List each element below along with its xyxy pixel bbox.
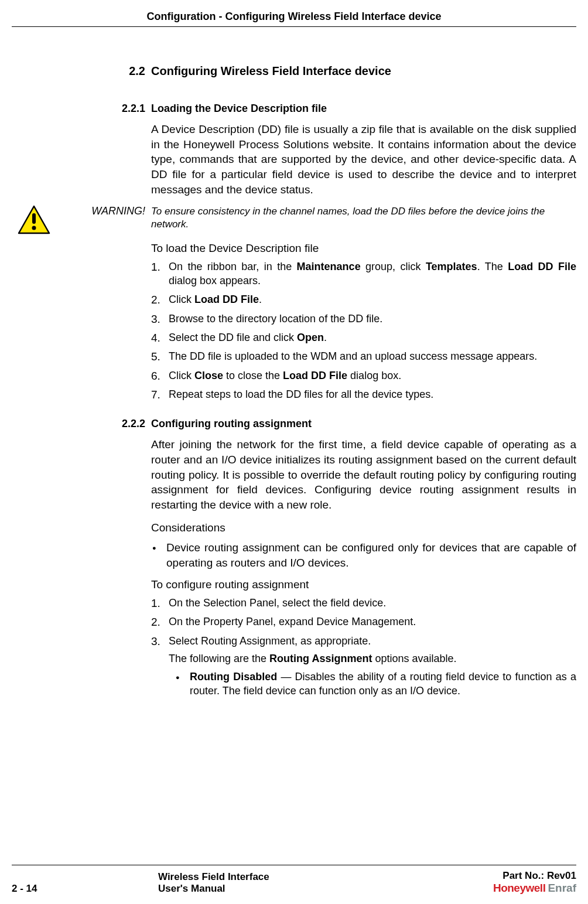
t: Routing Assignment [269,653,372,664]
subsection-number: 2.2.2 [12,418,151,430]
subsection-title: Configuring routing assignment [151,418,576,430]
svg-point-2 [32,226,36,230]
header-rule [12,26,576,27]
t: . The [477,261,508,272]
step: The DD file is uploaded to the WDM and a… [151,349,576,363]
step: On the Property Panel, expand Device Man… [151,615,576,629]
warning-label: WARNING! [55,205,151,217]
footer-line2: User's Manual [158,883,493,895]
options-list: Routing Disabled — Disables the ability … [175,670,576,698]
step: Select Routing Assignment, as appropriat… [151,634,576,648]
t: Open [297,332,324,343]
t: Load DD File [283,370,347,381]
footer-rule [12,865,576,865]
content-area: 2.2 Configuring Wireless Field Interface… [12,59,576,698]
considerations-list: Device routing assignment can be configu… [151,540,576,570]
lead-2-2-1: To load the Device Description file [151,241,576,256]
subsection-number: 2.2.1 [12,103,151,115]
step: Repeat steps to load the DD files for al… [151,387,576,401]
section-title: Configuring Wireless Field Interface dev… [151,64,576,78]
t: Close [194,370,223,381]
step: Click Close to close the Load DD File di… [151,369,576,383]
t: Routing Disabled [190,671,277,683]
page-header-title: Configuration - Configuring Wireless Fie… [0,0,588,23]
t: options available. [372,653,456,664]
step: On the ribbon bar, in the Maintenance gr… [151,260,576,288]
warning-icon [18,205,55,237]
t: On the ribbon bar, in the [169,261,297,272]
t: Click [169,294,194,305]
step: Click Load DD File. [151,292,576,306]
considerations-label: Considerations [151,520,576,535]
t: . [259,294,262,305]
t: group, click [361,261,426,272]
warning-text: To ensure consistency in the channel nam… [151,205,576,231]
footer-line1: Wireless Field Interface [158,871,493,883]
t: dialog box. [347,370,401,381]
enraf-logo: Enraf [548,882,576,894]
t: to close the [223,370,283,381]
t: Load DD File [194,294,259,305]
svg-rect-1 [32,213,36,224]
steps-2-2-1: On the ribbon bar, in the Maintenance gr… [151,260,576,401]
step: Select the DD file and click Open. [151,330,576,344]
section-2-2-2-heading: 2.2.2 Configuring routing assignment [12,418,576,430]
footer-right: Part No.: Rev01 HoneywellEnraf [493,870,576,895]
t: . [324,332,327,343]
t: dialog box appears. [169,275,261,286]
steps-2-2-2: On the Selection Panel, select the field… [151,596,576,648]
t: Maintenance [297,261,361,272]
bullet: Device routing assignment can be configu… [151,540,576,570]
footer-center: Wireless Field Interface User's Manual [141,871,493,895]
page-number: 2 - 14 [12,883,141,895]
page-footer: 2 - 14 Wireless Field Interface User's M… [12,870,576,895]
lead-2-2-2: To configure routing assignment [151,577,576,592]
brand: HoneywellEnraf [493,882,576,895]
option-bullet: Routing Disabled — Disables the ability … [175,670,576,698]
step: Browse to the directory location of the … [151,312,576,326]
section-number: 2.2 [12,64,151,78]
honeywell-logo: Honeywell [493,882,545,894]
t: The following are the [169,653,269,664]
t: Templates [426,261,477,272]
warning-block: WARNING! To ensure consistency in the ch… [12,205,576,237]
section-2-2-heading: 2.2 Configuring Wireless Field Interface… [12,64,576,78]
t: Load DD File [508,261,576,272]
t: Click [169,370,194,381]
step: On the Selection Panel, select the field… [151,596,576,610]
para-2-2-1: A Device Description (DD) file is usuall… [151,122,576,197]
section-2-2-1-heading: 2.2.1 Loading the Device Description fil… [12,103,576,115]
part-number: Part No.: Rev01 [493,870,576,882]
t: Select the DD file and click [169,332,297,343]
follow-text: The following are the Routing Assignment… [169,653,576,665]
para-2-2-2: After joining the network for the first … [151,437,576,512]
subsection-title: Loading the Device Description file [151,103,576,115]
